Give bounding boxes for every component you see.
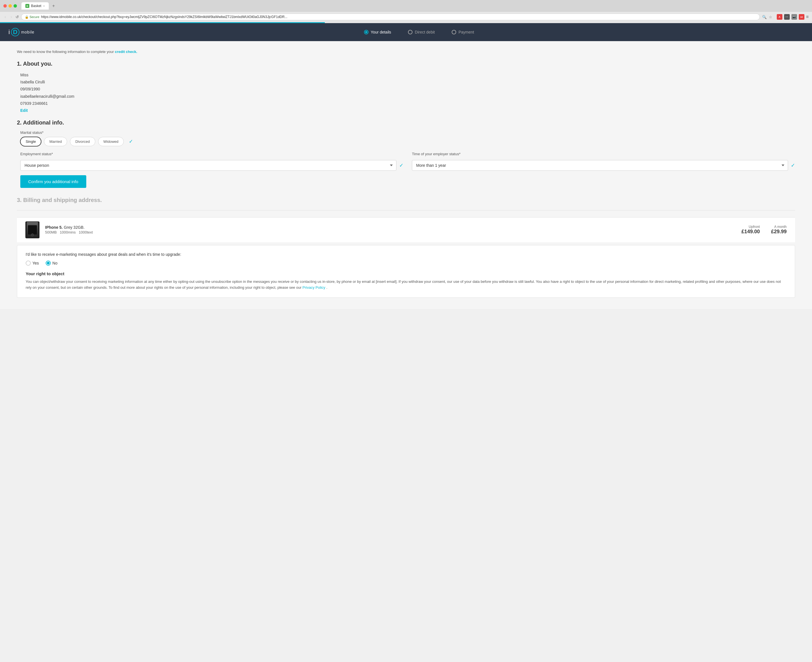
edit-link[interactable]: Edit bbox=[20, 108, 27, 112]
step-payment[interactable]: Payment bbox=[452, 30, 474, 34]
tab-close-button[interactable]: × bbox=[43, 4, 45, 8]
full-name: Isabella Cirulli bbox=[20, 79, 795, 86]
section2-title: 2. Additional info. bbox=[17, 119, 795, 126]
upfront-value: £149.00 bbox=[741, 229, 760, 235]
privacy-policy-link[interactable]: Privacy Policy bbox=[303, 285, 325, 289]
time-select[interactable]: More than 1 year Less than 1 year 6 mont… bbox=[412, 160, 788, 171]
browser-titlebar: B Basket × + bbox=[0, 0, 812, 12]
about-info: Miss Isabella Cirulli 09/09/1990 isabell… bbox=[20, 72, 795, 112]
dob: 09/09/1990 bbox=[20, 86, 795, 93]
new-tab-button[interactable]: + bbox=[52, 3, 55, 8]
consent-section: I'd like to receive e-marketing messages… bbox=[17, 245, 795, 298]
minimize-dot[interactable] bbox=[8, 4, 12, 8]
spec-text: 1000text bbox=[79, 230, 93, 235]
app-header: i D mobile Your details Direct debit Pay… bbox=[0, 23, 812, 41]
employment-select[interactable]: House person Employed Self-employed Stud… bbox=[20, 160, 396, 171]
rights-title: Your right to object bbox=[26, 271, 786, 276]
forward-button[interactable]: › bbox=[9, 14, 13, 20]
section3-title-text: 3. Billing and shipping address. bbox=[17, 197, 102, 203]
price-group: Upfront £149.00 A month £29.99 bbox=[741, 225, 787, 235]
lock-icon: 🔒 bbox=[25, 15, 29, 19]
consent-radio-group: Yes No bbox=[26, 260, 786, 266]
secure-badge: 🔒 Secure bbox=[25, 15, 39, 19]
close-dot[interactable] bbox=[3, 4, 7, 8]
consent-no[interactable]: No bbox=[46, 260, 58, 266]
monthly-price: A month £29.99 bbox=[771, 225, 787, 235]
pill-single[interactable]: Single bbox=[20, 137, 41, 146]
browser-dots bbox=[3, 4, 17, 8]
additional-info-section: 2. Additional info. Marital status* Sing… bbox=[17, 119, 795, 188]
step-label-direct-debit: Direct debit bbox=[415, 30, 435, 34]
time-check-icon: ✓ bbox=[791, 162, 795, 169]
marital-pills: Single Married Divorced Widowed ✓ bbox=[20, 137, 795, 146]
secure-label: Secure bbox=[30, 15, 39, 19]
fullscreen-dot[interactable] bbox=[13, 4, 17, 8]
address-actions: 🔍 ☆ bbox=[762, 15, 772, 19]
spec-mins: 1000mins bbox=[60, 230, 76, 235]
consent-yes[interactable]: Yes bbox=[26, 260, 39, 266]
page-content: We need to know the following informatio… bbox=[0, 41, 812, 309]
section2-title-text: 2. Additional info. bbox=[17, 119, 64, 125]
employment-group: Employment status* House person Employed… bbox=[20, 152, 403, 171]
section1-title-text: 1. About you. bbox=[17, 61, 52, 67]
upfront-label: Upfront bbox=[741, 225, 760, 229]
address-bar[interactable]: 🔒 Secure https://www.idmobile.co.uk/chec… bbox=[21, 13, 760, 20]
pill-widowed[interactable]: Widowed bbox=[98, 137, 124, 146]
extensions-menu-icon[interactable]: ≡ bbox=[806, 14, 809, 19]
product-info: IPhone 5. Grey 32GB. 500MB 1000mins 1000… bbox=[45, 225, 736, 235]
monthly-value: £29.99 bbox=[771, 229, 787, 235]
rights-text: You can object/withdraw your consent to … bbox=[26, 279, 786, 291]
product-thumbnail bbox=[25, 222, 39, 238]
info-banner: We need to know the following informatio… bbox=[17, 50, 795, 54]
tab-favicon: B bbox=[25, 4, 29, 8]
no-label: No bbox=[52, 261, 58, 265]
steps-nav: Your details Direct debit Payment bbox=[364, 30, 474, 34]
info-banner-text: We need to know the following informatio… bbox=[17, 50, 114, 54]
name-title: Miss bbox=[20, 72, 795, 79]
step-your-details[interactable]: Your details bbox=[364, 30, 392, 34]
search-icon[interactable]: 🔍 bbox=[762, 15, 767, 19]
employment-label: Employment status* bbox=[20, 152, 403, 156]
pill-divorced[interactable]: Divorced bbox=[70, 137, 95, 146]
bookmark-icon[interactable]: ☆ bbox=[769, 15, 772, 19]
no-radio[interactable] bbox=[46, 260, 51, 266]
extension-badge-3[interactable]: 📷 bbox=[791, 14, 797, 20]
reload-button[interactable]: ↺ bbox=[16, 14, 19, 19]
employment-check-icon: ✓ bbox=[399, 162, 403, 169]
confirm-additional-info-button[interactable]: Confirm you additional info bbox=[20, 175, 86, 188]
logo-d: D bbox=[11, 28, 19, 36]
billing-section: 3. Billing and shipping address. bbox=[17, 197, 795, 203]
step-label-your-details: Your details bbox=[371, 30, 392, 34]
marital-check-icon: ✓ bbox=[129, 138, 133, 145]
address-url: https://www.idmobile.co.uk/checkout/chec… bbox=[41, 15, 756, 19]
browser-tab[interactable]: B Basket × bbox=[21, 2, 49, 10]
rights-text-content: You can object/withdraw your consent to … bbox=[26, 280, 781, 289]
logo-mobile: mobile bbox=[21, 30, 34, 34]
back-button[interactable]: ‹ bbox=[3, 14, 7, 20]
extension-badge-2[interactable]: 👓 bbox=[784, 14, 790, 20]
section1-title: 1. About you. bbox=[17, 61, 795, 67]
yes-radio[interactable] bbox=[26, 260, 31, 266]
consent-question: I'd like to receive e-marketing messages… bbox=[26, 252, 786, 257]
time-group: Time of your employer status* More than … bbox=[412, 152, 795, 171]
logo-i: i bbox=[8, 29, 10, 36]
monthly-label: A month bbox=[771, 225, 787, 229]
employment-wrapper: House person Employed Self-employed Stud… bbox=[20, 160, 403, 171]
extension-badge-4[interactable]: 10 bbox=[799, 14, 804, 20]
credit-check-link[interactable]: credit check. bbox=[115, 50, 137, 54]
step-radio-your-details bbox=[364, 30, 369, 34]
marital-status-group: Marital status* Single Married Divorced … bbox=[20, 130, 795, 146]
browser-chrome: B Basket × + ‹ › ↺ 🔒 Secure https://www.… bbox=[0, 0, 812, 22]
browser-extensions: A 👓 📷 10 ≡ bbox=[777, 14, 809, 20]
step-direct-debit[interactable]: Direct debit bbox=[408, 30, 435, 34]
extension-badge-1[interactable]: A bbox=[777, 14, 782, 20]
product-specs: 500MB 1000mins 1000text bbox=[45, 230, 736, 235]
pill-married[interactable]: Married bbox=[44, 137, 67, 146]
upfront-price: Upfront £149.00 bbox=[741, 225, 760, 235]
email: isabellaelenacirulli@gmail.com bbox=[20, 93, 795, 100]
tab-label: Basket bbox=[31, 4, 42, 8]
time-label: Time of your employer status* bbox=[412, 152, 795, 156]
yes-label: Yes bbox=[32, 261, 39, 265]
step-label-payment: Payment bbox=[458, 30, 474, 34]
marital-status-label: Marital status* bbox=[20, 130, 795, 135]
